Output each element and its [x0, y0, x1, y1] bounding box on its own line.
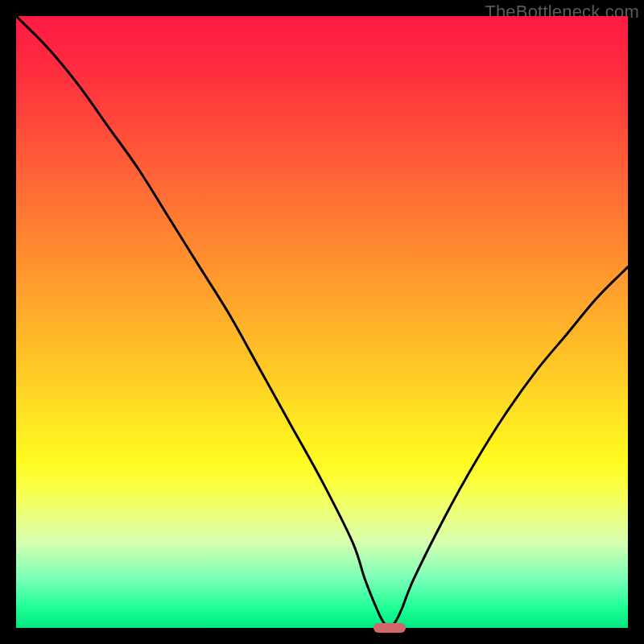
plot-area — [16, 16, 628, 628]
bottleneck-curve — [16, 16, 628, 628]
chart-frame: TheBottleneck.com — [0, 0, 644, 644]
optimal-point-marker — [374, 623, 406, 633]
